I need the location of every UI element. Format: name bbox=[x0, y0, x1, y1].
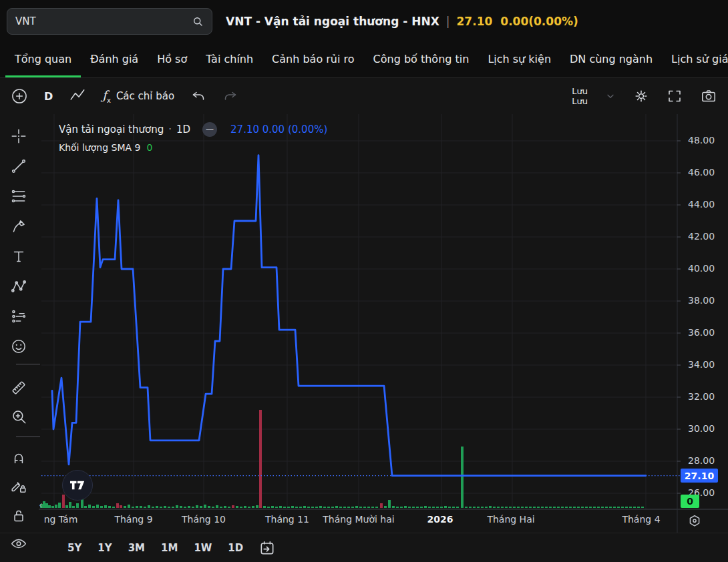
draw-lock-icon[interactable] bbox=[9, 477, 28, 495]
price-axis-label: 46.00 bbox=[688, 167, 725, 178]
legend-quote: 27.10 0.00 (0.00%) bbox=[230, 123, 327, 135]
go-to-date-icon[interactable] bbox=[258, 539, 276, 557]
toolbar-divider bbox=[16, 437, 40, 437]
tab-1[interactable]: Tổng quan bbox=[5, 43, 81, 77]
time-axis-label: Tháng Mười hai bbox=[323, 514, 394, 525]
crosshair-icon[interactable] bbox=[9, 127, 28, 146]
timeframe-3m[interactable]: 3M bbox=[124, 539, 150, 557]
tab-2[interactable]: Đánh giá bbox=[81, 43, 148, 77]
interval-button[interactable]: D bbox=[44, 90, 53, 103]
add-compare-icon[interactable] bbox=[11, 87, 28, 105]
price-axis-label: 28.00 bbox=[688, 455, 725, 466]
symbol-name: VNT - Vận tải ngoại thương - HNX bbox=[226, 15, 439, 28]
symbol-change: 0.00(0.00%) bbox=[500, 15, 578, 28]
tab-4[interactable]: Tài chính bbox=[196, 43, 262, 77]
search-value: VNT bbox=[15, 15, 36, 27]
fullscreen-icon[interactable] bbox=[667, 88, 683, 104]
tab-7[interactable]: Lịch sự kiện bbox=[478, 43, 560, 77]
save-button[interactable]: LưuLưu bbox=[572, 86, 588, 106]
tab-6[interactable]: Công bố thông tin bbox=[364, 43, 479, 77]
price-axis-label: 40.00 bbox=[688, 263, 725, 274]
timeframe-5y[interactable]: 5Y bbox=[63, 539, 86, 557]
symbol-price: 27.10 bbox=[457, 15, 493, 28]
legend-interval: 1D bbox=[176, 123, 190, 135]
zoom-in-icon[interactable] bbox=[9, 407, 28, 426]
xabcd-pattern-icon[interactable] bbox=[9, 277, 28, 296]
settings-gear-icon[interactable] bbox=[633, 88, 649, 104]
forecast-icon[interactable] bbox=[9, 307, 28, 326]
time-axis-label: Tháng 10 bbox=[182, 514, 226, 525]
price-axis-label: 30.00 bbox=[688, 423, 725, 434]
tab-9[interactable]: Lịch sử giá bbox=[662, 43, 728, 77]
title-separator: | bbox=[446, 15, 450, 28]
time-axis-label: ng Tám bbox=[44, 514, 78, 525]
legend-symbol: Vận tải ngoại thương bbox=[59, 123, 164, 135]
undo-icon[interactable] bbox=[190, 88, 206, 104]
timeframe-1m[interactable]: 1M bbox=[156, 539, 182, 557]
price-axis-label: 38.00 bbox=[688, 295, 725, 306]
page-tabs: Tổng quanĐánh giáHồ sơTài chínhCảnh báo … bbox=[0, 43, 728, 77]
chevron-down-icon[interactable] bbox=[605, 91, 616, 101]
timeframe-1d[interactable]: 1D bbox=[223, 539, 248, 557]
time-axis-label: 2026 bbox=[427, 514, 453, 525]
symbol-title: VNT - Vận tải ngoại thương - HNX | 27.10… bbox=[226, 15, 578, 28]
volume-axis-badge: 0 bbox=[681, 495, 699, 508]
ruler-icon[interactable] bbox=[9, 378, 28, 397]
price-axis-label: 34.00 bbox=[688, 359, 725, 370]
time-axis-label: Tháng 11 bbox=[265, 514, 309, 525]
timeframe-bar: 5Y1Y3M1M1W1D bbox=[0, 533, 728, 562]
price-axis-label: 42.00 bbox=[688, 231, 725, 242]
chart-legend: Vận tải ngoại thương · 1D — 27.10 0.00 (… bbox=[59, 122, 327, 153]
redo-icon[interactable] bbox=[222, 88, 238, 104]
chart-toolbar: D ƒx Các chỉ báo LưuLưu bbox=[0, 78, 728, 114]
price-axis-label: 32.00 bbox=[688, 391, 725, 402]
fib-retracement-icon[interactable] bbox=[9, 187, 28, 206]
legend-volume-label: Khối lượng SMA 9 bbox=[59, 142, 140, 153]
timeframe-1w[interactable]: 1W bbox=[189, 539, 216, 557]
fx-icon: ƒx bbox=[102, 88, 111, 104]
hide-series-button[interactable]: — bbox=[202, 122, 217, 137]
tradingview-logo[interactable] bbox=[62, 470, 93, 501]
emoji-icon[interactable] bbox=[9, 337, 28, 356]
price-axis-label: 44.00 bbox=[688, 199, 725, 210]
time-axis-label: Tháng 9 bbox=[114, 514, 152, 525]
price-axis-label: 48.00 bbox=[688, 135, 725, 146]
legend-volume-value: 0 bbox=[146, 142, 152, 153]
current-price-badge: 27.10 bbox=[681, 469, 718, 483]
search-icon bbox=[192, 15, 204, 27]
toolbar-divider bbox=[16, 364, 40, 364]
indicators-label: Các chỉ báo bbox=[116, 90, 174, 102]
time-axis-label: Tháng 4 bbox=[622, 514, 660, 525]
magnet-icon[interactable] bbox=[9, 449, 28, 467]
top-bar: VNT VNT - Vận tải ngoại thương - HNX | 2… bbox=[0, 0, 728, 43]
symbol-search-input[interactable]: VNT bbox=[7, 8, 212, 35]
axis-settings-icon[interactable] bbox=[687, 513, 703, 529]
tab-3[interactable]: Hồ sơ bbox=[148, 43, 196, 77]
text-icon[interactable] bbox=[9, 247, 28, 266]
timeframe-1y[interactable]: 1Y bbox=[93, 539, 116, 557]
camera-snapshot-icon[interactable] bbox=[700, 87, 717, 105]
tab-8[interactable]: DN cùng ngành bbox=[560, 43, 662, 77]
lock-icon[interactable] bbox=[9, 507, 28, 525]
drawing-toolbar bbox=[0, 114, 41, 562]
chart-style-icon[interactable] bbox=[69, 87, 86, 105]
brush-icon[interactable] bbox=[9, 217, 28, 236]
indicators-button[interactable]: ƒx Các chỉ báo bbox=[102, 88, 174, 104]
time-axis-label: Tháng Hai bbox=[487, 514, 534, 525]
price-axis-label: 36.00 bbox=[688, 327, 725, 338]
chart-panel: D ƒx Các chỉ báo LưuLưu bbox=[0, 77, 728, 562]
trend-line-icon[interactable] bbox=[9, 157, 28, 176]
tab-5[interactable]: Cảnh báo rủi ro bbox=[262, 43, 363, 77]
